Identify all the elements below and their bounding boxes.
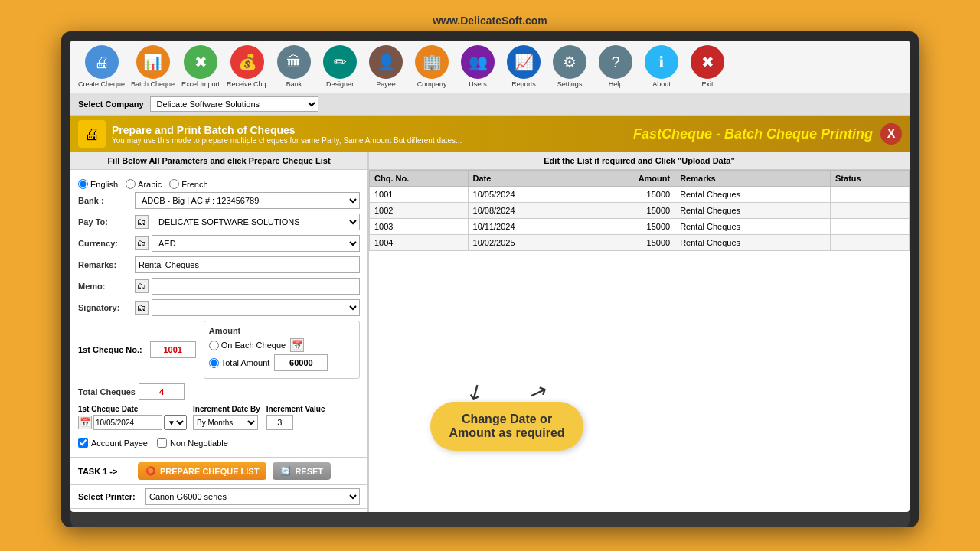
currency-select[interactable]: AED	[152, 235, 360, 252]
header-subtitle: You may use this mode to prepare multipl…	[112, 136, 462, 145]
prepare-icon: ⭕	[145, 466, 156, 476]
toolbar-btn-company[interactable]: 🏢 Company	[412, 45, 452, 88]
toolbar-btn-excel-import[interactable]: ✖ Excel Import	[181, 45, 220, 88]
company-select[interactable]: Delicate Software Solutions	[150, 96, 318, 112]
increment-date-label: Increment Date By	[193, 405, 260, 413]
memo-icon[interactable]: 🗂	[135, 279, 149, 293]
checkbox-row: Account Payee Non Negotiable	[78, 435, 360, 451]
cheque-table-body: 1001 10/05/2024 15000 Rental Cheques 100…	[370, 187, 910, 251]
toolbar-icon: ⚙	[553, 45, 586, 79]
payto-label: Pay To:	[78, 217, 132, 227]
increment-date-select[interactable]: By Months	[193, 415, 258, 430]
prepare-button[interactable]: ⭕ PREPARE CHEQUE LIST	[138, 462, 266, 480]
right-panel-header: Edit the List if required and Click "Upl…	[369, 152, 910, 170]
total-cheques-input[interactable]	[139, 383, 185, 400]
cell-chq-no[interactable]: 1002	[370, 203, 469, 219]
main-content: Fill Below All Parameters and click Prep…	[70, 152, 910, 512]
cell-chq-no[interactable]: 1001	[370, 187, 469, 203]
signatory-label: Signatory:	[78, 303, 132, 312]
first-cheque-input[interactable]	[150, 341, 196, 358]
close-button[interactable]: X	[880, 123, 902, 145]
toolbar-btn-users[interactable]: 👥 Users	[458, 45, 498, 88]
cell-amount[interactable]: 15000	[583, 219, 675, 235]
reset-button[interactable]: 🔄 RESET	[273, 462, 331, 480]
toolbar-btn-about[interactable]: ℹ About	[642, 45, 681, 88]
date-calendar-icon[interactable]: 📅	[78, 416, 92, 429]
toolbar-btn-batch-cheque[interactable]: 📊 Batch Cheque	[131, 45, 175, 88]
account-payee-checkbox[interactable]: Account Payee	[78, 438, 148, 448]
amount-title: Amount	[209, 326, 354, 335]
cell-remarks[interactable]: Rental Cheques	[675, 235, 831, 251]
bank-select[interactable]: ADCB - Big | AC # : 123456789	[135, 192, 360, 209]
toolbar-icon: 📊	[136, 45, 170, 79]
payto-icon[interactable]: 🗂	[135, 215, 149, 229]
total-cheques-label: Total Cheques	[78, 387, 136, 396]
cheque-no-row: 1st Cheque No.: Amount On Each Cheque 📅	[78, 321, 360, 379]
toolbar-btn-create-cheque[interactable]: 🖨 Create Cheque	[78, 45, 125, 88]
cell-amount[interactable]: 15000	[583, 235, 675, 251]
toolbar-btn-designer[interactable]: ✏ Designer	[320, 45, 360, 88]
cell-status[interactable]	[831, 187, 910, 203]
lang-french[interactable]: French	[169, 179, 207, 189]
cell-chq-no[interactable]: 1003	[370, 219, 469, 235]
on-each-radio[interactable]: On Each Cheque	[209, 341, 286, 350]
cell-remarks[interactable]: Rental Cheques	[675, 203, 831, 219]
toolbar-btn-label: Reports	[511, 80, 536, 88]
printer-select[interactable]: Canon G6000 series	[145, 488, 360, 505]
task1-label: TASK 1 ->	[78, 467, 132, 476]
lang-arabic[interactable]: Arabic	[126, 179, 162, 189]
cell-remarks[interactable]: Rental Cheques	[675, 187, 831, 203]
cell-amount[interactable]: 15000	[583, 187, 675, 203]
cheque-table: Chq. No. Date Amount Remarks Status 1001…	[369, 170, 910, 251]
cell-status[interactable]	[831, 203, 910, 219]
cell-amount[interactable]: 15000	[583, 203, 675, 219]
memo-input[interactable]	[152, 278, 360, 295]
first-cheque-label: 1st Cheque No.:	[78, 345, 142, 354]
cell-date[interactable]: 10/08/2024	[468, 203, 583, 219]
cell-date[interactable]: 10/02/2025	[468, 235, 583, 251]
reset-icon: 🔄	[280, 466, 291, 476]
date-format-select[interactable]: ▼	[164, 415, 187, 430]
toolbar-btn-reports[interactable]: 📈 Reports	[504, 45, 544, 88]
remarks-input[interactable]	[135, 256, 360, 273]
toolbar-btn-help[interactable]: ? Help	[596, 45, 635, 88]
laptop-base	[70, 512, 910, 527]
signatory-icon[interactable]: 🗂	[135, 301, 149, 315]
cell-date[interactable]: 10/11/2024	[468, 219, 583, 235]
date-input[interactable]	[93, 415, 162, 430]
toolbar-btn-exit[interactable]: ✖ Exit	[688, 45, 727, 88]
toolbar-btn-label: Batch Cheque	[131, 80, 175, 88]
toolbar-btn-receive-chq.[interactable]: 💰 Receive Chq.	[227, 45, 268, 88]
increment-value-input[interactable]	[266, 415, 293, 430]
toolbar-icon: ✖	[184, 45, 217, 79]
signatory-select[interactable]	[152, 299, 360, 316]
toolbar-btn-payee[interactable]: 👤 Payee	[366, 45, 406, 88]
col-chq-no: Chq. No.	[370, 171, 469, 187]
cell-status[interactable]	[831, 235, 910, 251]
total-amount-radio[interactable]: Total Amount	[209, 358, 270, 368]
cell-status[interactable]	[831, 219, 910, 235]
currency-icon[interactable]: 🗂	[135, 236, 149, 250]
toolbar-btn-label: Users	[469, 80, 487, 88]
col-date: Date	[468, 171, 583, 187]
table-row: 1001 10/05/2024 15000 Rental Cheques	[370, 187, 910, 203]
cell-remarks[interactable]: Rental Cheques	[675, 219, 831, 235]
toolbar-btn-label: Exit	[702, 80, 714, 88]
cell-date[interactable]: 10/05/2024	[468, 187, 583, 203]
col-remarks: Remarks	[675, 171, 831, 187]
lang-english[interactable]: English	[78, 179, 118, 189]
total-cheques-row: Total Cheques	[78, 383, 360, 400]
task2-row: TASK 2 -> 🖨 PRINT & SAVE CHEQUES 💾 SAVE …	[70, 508, 368, 512]
payto-select[interactable]: DELICATE SOFTWARE SOLUTIONS	[152, 214, 360, 230]
total-amount-input[interactable]	[274, 354, 328, 371]
non-negotiable-checkbox[interactable]: Non Negotiable	[157, 438, 228, 448]
cell-chq-no[interactable]: 1004	[370, 235, 469, 251]
toolbar-btn-settings[interactable]: ⚙ Settings	[550, 45, 590, 88]
header-icon: 🖨	[78, 120, 106, 148]
amount-calendar-icon[interactable]: 📅	[290, 338, 304, 352]
toolbar-btn-label: Payee	[376, 80, 396, 88]
toolbar-btn-bank[interactable]: 🏛 Bank	[274, 45, 314, 88]
toolbar-icon: ✖	[691, 45, 724, 79]
task1-row: TASK 1 -> ⭕ PREPARE CHEQUE LIST 🔄 RESET	[70, 457, 368, 484]
bank-row: Bank : ADCB - Big | AC # : 123456789	[78, 192, 360, 209]
